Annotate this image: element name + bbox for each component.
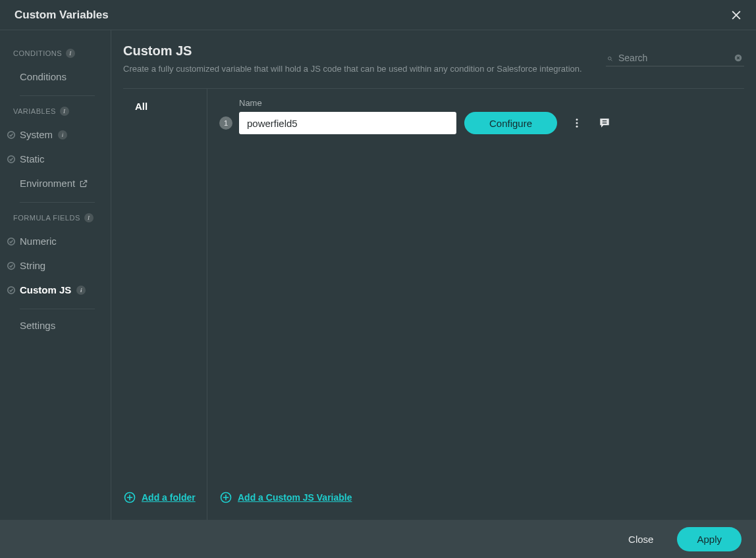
page-description: Create a fully customized variable that … bbox=[123, 64, 582, 74]
info-icon[interactable]: i bbox=[76, 286, 86, 295]
svg-point-17 bbox=[576, 126, 578, 128]
custom-variables-modal: Custom Variables CONDITIONS i Conditions… bbox=[0, 0, 756, 558]
nav-item-settings[interactable]: Settings bbox=[0, 313, 111, 338]
svg-point-7 bbox=[608, 57, 612, 61]
main-panel: Custom JS Create a fully customized vari… bbox=[111, 30, 756, 520]
nav-item-label: System bbox=[20, 129, 53, 140]
modal-header: Custom Variables bbox=[0, 0, 756, 30]
nav-item-label: Settings bbox=[20, 320, 55, 331]
check-icon bbox=[7, 261, 16, 270]
nav-item-static[interactable]: Static bbox=[0, 147, 111, 171]
divider bbox=[20, 309, 95, 309]
close-button[interactable]: Close bbox=[620, 528, 661, 550]
table-row: 1 Configure bbox=[219, 112, 744, 134]
divider bbox=[20, 95, 95, 96]
folder-all[interactable]: All bbox=[123, 89, 207, 122]
nav-item-string[interactable]: String bbox=[0, 253, 111, 278]
add-variable-label: Add a Custom JS Variable bbox=[238, 492, 352, 503]
modal-title: Custom Variables bbox=[14, 9, 109, 22]
group-header-variables: VARIABLES i bbox=[0, 100, 111, 122]
info-icon[interactable]: i bbox=[58, 130, 67, 140]
group-header-conditions: CONDITIONS i bbox=[0, 42, 111, 64]
configure-button[interactable]: Configure bbox=[464, 112, 557, 134]
nav-item-label: Numeric bbox=[20, 236, 57, 247]
modal-footer: Close Apply bbox=[0, 520, 756, 558]
row-index-badge: 1 bbox=[219, 116, 232, 130]
info-icon[interactable]: i bbox=[84, 213, 94, 222]
nav-item-label: String bbox=[20, 260, 45, 271]
check-icon bbox=[7, 286, 16, 295]
check-icon bbox=[7, 155, 16, 164]
plus-circle-icon bbox=[219, 491, 232, 504]
nav-item-system[interactable]: System i bbox=[0, 122, 111, 147]
search-input[interactable] bbox=[618, 53, 734, 63]
nav-item-label: Conditions bbox=[20, 71, 67, 82]
group-header-label: CONDITIONS bbox=[13, 49, 62, 57]
plus-circle-icon bbox=[123, 491, 136, 504]
modal-body: CONDITIONS i Conditions VARIABLES i Syst… bbox=[0, 30, 756, 520]
group-header-label: FORMULA FIELDS bbox=[13, 214, 80, 222]
main-header: Custom JS Create a fully customized vari… bbox=[123, 43, 744, 89]
external-link-icon bbox=[79, 179, 88, 188]
nav-item-label: Custom JS bbox=[20, 284, 71, 295]
apply-button[interactable]: Apply bbox=[677, 527, 742, 551]
close-icon[interactable] bbox=[727, 6, 745, 24]
name-column-label: Name bbox=[239, 98, 744, 108]
clear-icon[interactable] bbox=[734, 53, 743, 63]
nav-item-custom-js[interactable]: Custom JS i bbox=[0, 278, 111, 302]
content-columns: All Add a folder Name 1 bbox=[123, 89, 744, 520]
svg-point-16 bbox=[576, 122, 578, 124]
add-folder-link[interactable]: Add a folder bbox=[123, 482, 207, 520]
items-column: Name 1 Configure bbox=[207, 89, 744, 520]
nav-item-environment[interactable]: Environment bbox=[0, 171, 111, 195]
check-icon bbox=[7, 237, 16, 246]
svg-point-15 bbox=[576, 118, 578, 120]
group-header-formula: FORMULA FIELDS i bbox=[0, 207, 111, 229]
group-header-label: VARIABLES bbox=[13, 107, 56, 115]
nav-item-label: Environment bbox=[20, 178, 75, 189]
info-icon[interactable]: i bbox=[60, 107, 69, 116]
search-field[interactable] bbox=[606, 50, 744, 66]
comment-icon[interactable] bbox=[597, 115, 612, 131]
svg-line-8 bbox=[611, 60, 612, 61]
nav-item-conditions[interactable]: Conditions bbox=[0, 64, 111, 89]
add-folder-label: Add a folder bbox=[142, 492, 196, 503]
search-icon bbox=[607, 53, 613, 63]
add-variable-link[interactable]: Add a Custom JS Variable bbox=[219, 482, 744, 520]
check-icon bbox=[7, 130, 16, 140]
nav-item-numeric[interactable]: Numeric bbox=[0, 229, 111, 253]
more-options-icon[interactable] bbox=[569, 115, 585, 131]
page-title: Custom JS bbox=[123, 43, 582, 59]
folder-column: All Add a folder bbox=[123, 89, 207, 520]
variable-row: Name 1 Configure bbox=[219, 98, 744, 134]
info-icon[interactable]: i bbox=[66, 49, 75, 58]
variable-name-input[interactable] bbox=[239, 112, 456, 134]
sidebar: CONDITIONS i Conditions VARIABLES i Syst… bbox=[0, 30, 111, 520]
heading-block: Custom JS Create a fully customized vari… bbox=[123, 43, 582, 74]
nav-item-label: Static bbox=[20, 153, 45, 165]
divider bbox=[20, 202, 95, 203]
